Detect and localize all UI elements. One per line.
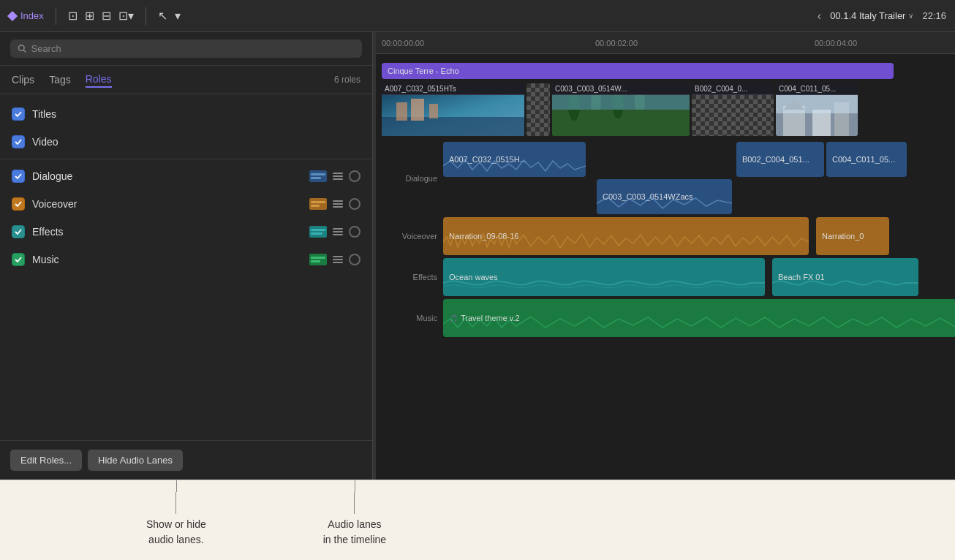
role-icons-voiceover (309, 198, 361, 210)
audio-clip-d1[interactable]: A007_C032_0515H... (443, 142, 586, 177)
role-item-dialogue[interactable]: Dialogue (0, 159, 372, 190)
annotation-section: Show or hideaudio lanes. Audio lanesin t… (0, 480, 955, 560)
video-clip-label-4: B002_C004_0... (692, 83, 774, 94)
checkbox-music[interactable] (12, 253, 25, 266)
index-button[interactable]: Index (9, 10, 44, 21)
effects-gap (767, 258, 770, 296)
role-icons-music (309, 254, 361, 265)
lane-icon-music[interactable] (309, 254, 327, 265)
pointer-dropdown[interactable]: ▾ (175, 9, 181, 23)
search-input-wrap[interactable] (10, 39, 362, 58)
role-icons-effects (309, 226, 361, 238)
project-title: 00.1.4 Italy Trailer ∨ (830, 10, 913, 21)
audio-clip-d2[interactable]: C003_C003_0514WZacs (597, 179, 732, 214)
video-clip-5[interactable]: C004_C011_05... (776, 83, 858, 136)
lane-icon-effects[interactable] (309, 226, 327, 238)
toolbar-sep-1 (56, 7, 56, 25)
back-button[interactable]: ‹ (818, 10, 821, 23)
audio-clip-label-d4: C004_C011_05... (832, 155, 895, 164)
time-display: 22:16 (922, 10, 946, 21)
role-item-video[interactable]: Video (0, 128, 372, 156)
toolbar-view-icons: ⊡ ⊞ ⊟ ⊡▾ (68, 9, 134, 23)
video-clip-3[interactable]: C003_C003_0514W... (552, 83, 690, 136)
edit-roles-button[interactable]: Edit Roles... (10, 450, 82, 471)
search-input[interactable] (31, 43, 355, 54)
annotation-text-1: Show or hideaudio lanes. (146, 517, 206, 548)
lane-icon-voiceover[interactable] (309, 198, 327, 210)
hide-audio-lanes-button[interactable]: Hide Audio Lanes (88, 450, 183, 471)
circle-icon-dialogue[interactable] (349, 170, 361, 182)
lines-icon-music[interactable] (333, 256, 343, 263)
monitor-icon-3[interactable]: ⊟ (102, 9, 111, 23)
lines-icon-effects[interactable] (333, 228, 343, 235)
annotation-text-2: Audio lanesin the timeline (323, 517, 386, 548)
checkbox-video[interactable] (12, 135, 25, 148)
video-clip-4[interactable]: B002_C004_0... (692, 83, 774, 136)
svg-line-1 (23, 50, 26, 52)
search-bar (0, 32, 372, 66)
role-item-voiceover[interactable]: Voiceover (0, 190, 372, 218)
checkbox-voiceover[interactable] (12, 197, 25, 211)
roles-count: 6 roles (334, 75, 361, 85)
role-item-music[interactable]: Music (0, 246, 372, 273)
tab-clips[interactable]: Clips (12, 72, 34, 87)
video-clip-label-1: A007_C032_0515HTs (382, 83, 524, 94)
audio-clip-d3[interactable]: B002_C004_051... (736, 142, 824, 177)
tab-tags[interactable]: Tags (49, 72, 71, 87)
video-clip-1[interactable]: A007_C032_0515HTs (382, 83, 524, 136)
video-clip-gap[interactable] (526, 83, 550, 136)
checkbox-dialogue[interactable] (12, 170, 25, 183)
audio-tracks: Dialogue A007_C032_0515H... (385, 142, 955, 340)
audio-clip-e1[interactable]: Ocean waves (443, 258, 765, 296)
svg-rect-13 (552, 95, 690, 110)
main-bar-container: Cinque Terre - Echo (376, 60, 955, 83)
dialogue-gap (588, 142, 734, 177)
project-title-text: 00.1.4 Italy Trailer (830, 10, 905, 21)
role-item-effects[interactable]: Effects (0, 218, 372, 246)
checkbox-effects[interactable] (12, 225, 25, 238)
top-toolbar: Index ⊡ ⊞ ⊟ ⊡▾ ↖ ▾ ‹ 00.1.4 Italy Traile… (0, 0, 955, 32)
monitor-icon-2[interactable]: ⊞ (85, 9, 94, 23)
svg-rect-5 (411, 99, 424, 121)
audio-clips-music: 🎵 Travel theme v.2 (443, 299, 955, 337)
audio-label-dialogue: Dialogue (385, 174, 443, 183)
lane-icon-dialogue[interactable] (309, 170, 327, 182)
project-chevron[interactable]: ∨ (908, 12, 913, 20)
audio-clip-m1[interactable]: 🎵 Travel theme v.2 (443, 299, 955, 337)
left-panel: Clips Tags Roles 6 roles Titles Video (0, 32, 373, 480)
role-item-titles[interactable]: Titles (0, 100, 372, 128)
circle-icon-music[interactable] (349, 254, 361, 265)
pointer-icon[interactable]: ↖ (158, 9, 167, 23)
svg-rect-17 (812, 110, 831, 136)
audio-track-effects: Effects Ocean waves (385, 258, 955, 296)
svg-point-0 (18, 45, 24, 51)
audio-label-voiceover: Voiceover (385, 232, 443, 241)
role-name-dialogue: Dialogue (32, 170, 302, 182)
audio-label-effects: Effects (385, 273, 443, 281)
monitor-icon-1[interactable]: ⊡ (68, 9, 78, 23)
audio-clip-d4[interactable]: C004_C011_05... (826, 142, 907, 177)
ruler-mark-1: 00:00:02:00 (595, 39, 638, 48)
checkbox-titles[interactable] (12, 107, 25, 121)
audio-clip-vo2[interactable]: Narration_0 (816, 217, 889, 255)
circle-icon-voiceover[interactable] (349, 198, 361, 210)
toolbar-pointer-icons: ↖ ▾ (158, 9, 181, 23)
audio-clip-vo1[interactable]: Narration_09-08-16 (443, 217, 809, 255)
timeline-ruler: 00:00:00:00 00:00:02:00 00:00:04:00 (376, 32, 955, 54)
circle-icon-effects[interactable] (349, 226, 361, 238)
main-video-bar[interactable]: Cinque Terre - Echo (382, 63, 894, 79)
audio-clip-e2[interactable]: Beach FX 01 (772, 258, 918, 296)
monitor-dropdown[interactable]: ⊡▾ (118, 9, 134, 23)
roles-list: Titles Video Dialogue (0, 94, 372, 440)
lines-icon-voiceover[interactable] (333, 200, 343, 208)
lines-icon-dialogue[interactable] (333, 173, 343, 180)
audio-track-dialogue: Dialogue A007_C032_0515H... (385, 142, 955, 214)
tab-roles[interactable]: Roles (86, 72, 112, 88)
annotation-line-2 (354, 492, 355, 514)
toolbar-right: ‹ 00.1.4 Italy Trailer ∨ 22:16 (818, 10, 946, 23)
audio-section-wrapper: Dialogue A007_C032_0515H... (376, 142, 955, 340)
role-name-music: Music (32, 254, 302, 265)
annotation-hide-audio: Show or hideaudio lanes. (146, 492, 206, 548)
audio-clip-label-d3: B002_C004_051... (742, 155, 809, 164)
svg-rect-4 (396, 102, 407, 121)
